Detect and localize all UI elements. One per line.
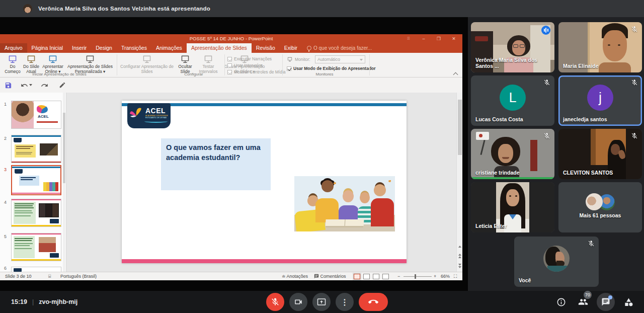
avatar-initial: j — [587, 85, 613, 111]
participant-name: Maria Elinaide — [563, 63, 599, 69]
modo-apresentador-checkbox[interactable]: Usar Modo de Exibição do Apresentador — [287, 66, 376, 71]
zoom-level[interactable]: 66% — [441, 272, 450, 281]
tile-you[interactable]: Você — [514, 237, 599, 287]
mostrar-controles-midia-checkbox[interactable]: Mostrar Controles de Mídia — [227, 69, 286, 74]
tab-transicoes[interactable]: Transições — [117, 43, 151, 53]
redo-icon[interactable] — [36, 82, 52, 89]
tab-design[interactable]: Design — [91, 43, 117, 53]
tile-veronica[interactable]: Verônica Maria Silva dos Santos ... — [471, 22, 554, 72]
slideshow-view-button[interactable] — [382, 274, 389, 279]
mic-off-icon — [631, 132, 638, 139]
presenter-banner-text: Verônica Maria Silva dos Santos Velzinha… — [38, 0, 210, 17]
show-participants-button[interactable]: 70 — [575, 293, 592, 311]
tab-pagina-inicial[interactable]: Página Inicial — [27, 43, 67, 53]
apresentacao-personalizada-button[interactable]: Apresentação de Slides Personalizada ▾ — [65, 54, 115, 74]
undo-icon[interactable] — [16, 82, 36, 89]
touch-draw-icon[interactable] — [52, 82, 72, 89]
save-icon[interactable] — [0, 82, 16, 89]
videocam-icon — [294, 297, 303, 306]
zoom-slider[interactable] — [404, 276, 432, 277]
do-comeco-button[interactable]: Do Começo — [4, 54, 21, 74]
do-slide-atual-button[interactable]: Do Slide Atual — [22, 54, 40, 74]
mic-toggle-button[interactable] — [266, 293, 284, 311]
normal-view-button[interactable] — [354, 274, 360, 279]
close-button[interactable]: ✕ — [446, 34, 461, 43]
tile-lucas[interactable]: L Lucas Costa Costa — [471, 75, 554, 126]
self-avatar — [543, 246, 570, 272]
meeting-details-button[interactable] — [552, 293, 570, 311]
tab-apresentacao-de-slides[interactable]: Apresentação de Slides — [187, 43, 252, 53]
slide-canvas[interactable]: ACEL ACADEMIA CORURIPENSE ESTUDANTIL DE … — [122, 101, 407, 263]
chat-button[interactable] — [597, 293, 615, 311]
ribbon-display-options-icon[interactable]: ⍐ — [401, 34, 416, 43]
testar-intervalos-button[interactable]: Testar Intervalos — [196, 54, 220, 74]
tab-inserir[interactable]: Inserir — [67, 43, 91, 53]
participant-name: cristiane trindade — [475, 170, 520, 176]
slide-thumbnail-1[interactable]: ACEL — [11, 101, 61, 129]
acel-logo-sub2: ESTUDANTIL DE LETRAS — [145, 117, 167, 119]
mic-off-icon — [588, 240, 595, 247]
slide-thumbnail-5[interactable] — [11, 233, 61, 261]
tab-arquivo[interactable]: Arquivo — [0, 43, 27, 53]
previous-slide-button[interactable] — [457, 252, 462, 260]
reading-view-button[interactable] — [373, 274, 379, 279]
ocultar-slide-button[interactable]: Ocultar Slide — [175, 54, 195, 74]
thumb-number-3: 3 — [4, 167, 7, 172]
present-button[interactable] — [312, 293, 331, 311]
slide-question-box[interactable]: O que vamos fazer em uma academia estuda… — [161, 138, 271, 190]
activities-button[interactable] — [620, 293, 637, 311]
mic-off-icon — [271, 297, 280, 306]
usar-intervalos-checkbox[interactable]: Usar Intervalos — [227, 63, 263, 68]
restore-button[interactable]: ❐ — [431, 34, 446, 43]
slide-thumbnail-2[interactable] — [11, 135, 61, 163]
next-slide-button[interactable] — [457, 262, 462, 270]
tile-cleviton[interactable]: CLEVITON SANTOS — [558, 129, 642, 179]
activities-shapes-icon — [624, 297, 633, 307]
open-book-shape — [325, 219, 364, 227]
scroll-up-button[interactable] — [457, 243, 462, 251]
comments-button[interactable]: Comentários — [314, 272, 346, 281]
tile-leticia[interactable]: Leticia Ester — [471, 182, 554, 232]
tab-revisao[interactable]: Revisão — [252, 43, 280, 53]
tile-more-people[interactable]: Mais 61 pessoas — [558, 182, 642, 232]
tell-me-box[interactable]: O que você deseja fazer... — [302, 44, 376, 53]
notes-button[interactable]: ≐ Anotações — [282, 272, 308, 281]
slide-thumbnail-3-selected[interactable] — [11, 165, 61, 195]
tab-exibir[interactable]: Exibir — [280, 43, 302, 53]
collapse-ribbon-icon[interactable] — [453, 72, 458, 77]
apresentar-online-button[interactable]: Apresentar Online ▾ — [41, 54, 64, 74]
tile-maria-elinaide[interactable]: Maria Elinaide — [558, 22, 642, 72]
participant-name: Leticia Ester — [475, 223, 507, 229]
configurar-apresentacao-button[interactable]: Configurar Apresentação de Slides — [120, 54, 174, 74]
zoom-out-button[interactable]: − — [397, 272, 400, 281]
camera-toggle-button[interactable] — [289, 293, 307, 311]
editor-scrollbar[interactable] — [456, 93, 462, 272]
call-end-icon — [368, 297, 378, 307]
tab-animacoes[interactable]: Animações — [151, 43, 187, 53]
minimize-button[interactable]: – — [416, 34, 431, 43]
chat-notification-dot — [608, 295, 612, 299]
tile-janecledja[interactable]: j janecledja santos — [558, 75, 642, 126]
thumb-number-4: 4 — [4, 200, 7, 205]
ppt-window-title: POSSE 5º 14 DE JUNHO - PowerPoint — [190, 36, 273, 41]
quick-access-toolbar — [0, 77, 462, 93]
fit-to-window-icon[interactable]: ⛶ — [454, 272, 457, 281]
monitor-dropdown[interactable]: Automático — [315, 55, 365, 63]
mic-off-icon — [631, 26, 638, 33]
language-status[interactable]: Português (Brasil) — [60, 272, 97, 281]
slide-sorter-view-button[interactable] — [363, 274, 370, 279]
slide-thumbnail-6[interactable] — [11, 267, 61, 272]
executar-narracoes-checkbox[interactable]: Executar Narrações — [227, 56, 272, 61]
slide-thumbnail-panel: 1 ACEL 2 — [0, 93, 66, 272]
tile-cristiane[interactable]: cristiane trindade — [471, 129, 554, 179]
more-options-button[interactable]: ⋮ — [336, 293, 354, 311]
monitor-label: Monitor: — [287, 57, 310, 62]
zoom-in-button[interactable]: + — [434, 272, 436, 281]
leave-call-button[interactable] — [359, 293, 388, 311]
participant-count-badge: 70 — [584, 291, 592, 299]
mic-off-icon — [543, 79, 550, 86]
accessibility-icon[interactable]: ⌸ — [48, 272, 51, 281]
thumbnail-scrollbar[interactable] — [63, 93, 65, 272]
participant-name: Verônica Maria Silva dos Santos ... — [475, 57, 554, 69]
slide-thumbnail-4[interactable] — [11, 199, 61, 227]
